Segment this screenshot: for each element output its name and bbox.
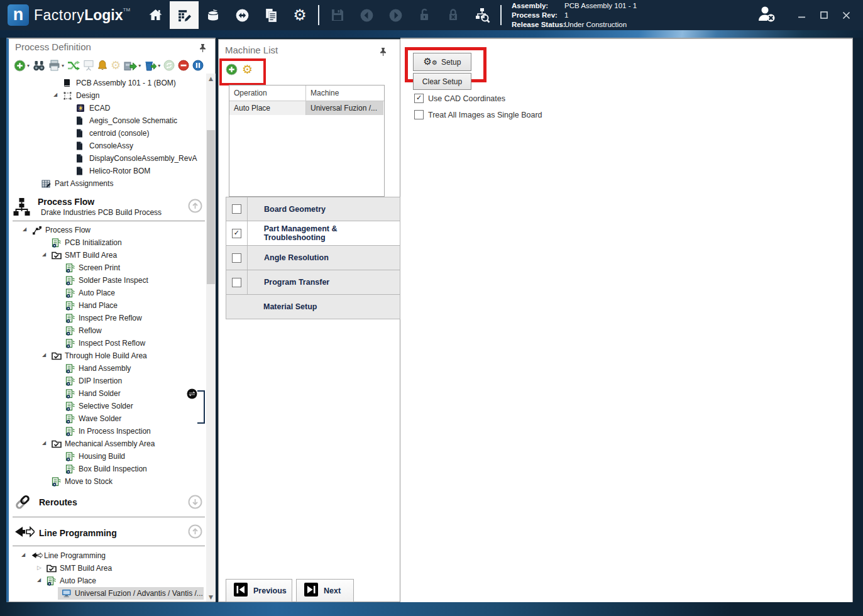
find-icon[interactable] <box>33 60 45 71</box>
expander-open-icon[interactable]: ◢ <box>53 92 57 97</box>
tree-item[interactable]: Part Assignments <box>9 177 205 190</box>
print-icon[interactable]: ▾ <box>48 60 64 71</box>
reroute-swap-icon[interactable] <box>187 388 197 402</box>
tree-item[interactable]: ◢Process Flow <box>9 224 205 236</box>
tree-item[interactable]: Inspect Post Reflow <box>9 337 205 349</box>
dropdown-caret-icon[interactable]: ▾ <box>62 63 64 69</box>
recycle-icon[interactable]: ▾ <box>144 60 160 71</box>
previous-button[interactable]: Previous <box>226 579 292 602</box>
tree-item[interactable]: Solder Paste Inspect <box>9 274 205 287</box>
option-checkbox[interactable]: ✓ <box>414 94 424 103</box>
stop-icon[interactable] <box>178 60 189 71</box>
section-row[interactable]: Angle Resolution <box>226 246 400 270</box>
factorylogix-logo-icon: n <box>8 4 29 26</box>
tree-item[interactable]: PCB Assembly 101 - 1 (BOM) <box>9 77 205 89</box>
add-icon[interactable]: ▾ <box>14 60 30 72</box>
section-row[interactable]: Board Geometry <box>226 197 400 221</box>
machine-cell[interactable]: Universal Fuzion /... <box>306 101 383 115</box>
section-row[interactable]: Program Transfer <box>226 270 400 295</box>
expander-open-icon[interactable]: ◢ <box>42 353 46 358</box>
tree-item[interactable]: Auto Place <box>9 287 205 299</box>
clear-setup-button[interactable]: Clear Setup <box>413 73 471 90</box>
expander-closed-icon[interactable]: ▷ <box>37 565 41 571</box>
tree-item[interactable]: Hand Assembly <box>9 362 205 375</box>
user-logout-icon[interactable] <box>757 4 776 26</box>
expander-open-icon[interactable]: ◢ <box>42 441 46 446</box>
section-row[interactable]: ✓Part Management & Troubleshooting <box>226 221 400 246</box>
pin-icon[interactable] <box>380 47 387 59</box>
tree-item[interactable]: Helico-Rotor BOM <box>9 165 205 177</box>
feeder-icon[interactable] <box>199 1 228 29</box>
tree-item[interactable]: centroid (console) <box>9 127 205 140</box>
collapse-up-icon[interactable] <box>188 199 202 216</box>
transfer-icon[interactable] <box>228 1 256 29</box>
left-panel-scrollbar[interactable]: ▲ ▼ <box>206 74 216 602</box>
add-machine-icon[interactable] <box>226 63 238 75</box>
tree-item[interactable]: ◢Auto Place <box>9 575 205 587</box>
section-checkbox[interactable] <box>232 278 241 287</box>
expander-open-icon[interactable]: ◢ <box>21 553 25 558</box>
scroll-up-icon[interactable]: ▲ <box>206 74 216 83</box>
column-header[interactable]: Operation <box>229 85 306 101</box>
section-checkbox[interactable] <box>232 204 241 214</box>
minimize-icon[interactable] <box>794 7 810 23</box>
next-button[interactable]: Next <box>296 579 354 602</box>
tree-item[interactable]: Hand Place <box>9 299 205 312</box>
tree-item[interactable]: Inspect Pre Reflow <box>9 312 205 324</box>
expander-open-icon[interactable]: ◢ <box>42 252 46 257</box>
tree-item[interactable]: ◢Line Programming <box>9 549 205 562</box>
expander-open-icon[interactable]: ◢ <box>37 578 41 583</box>
documents-icon[interactable] <box>256 1 285 29</box>
dropdown-caret-icon[interactable]: ▾ <box>27 63 30 69</box>
operation-cell[interactable]: Auto Place <box>229 101 306 115</box>
tree-item[interactable]: Screen Print <box>9 261 205 274</box>
tree-item[interactable]: DisplayConsoleAssembly_RevA <box>9 152 205 165</box>
tree-item[interactable]: Wave Solder <box>9 412 205 425</box>
section-checkbox[interactable]: ✓ <box>232 229 241 238</box>
sync-icon[interactable] <box>67 60 80 71</box>
tree-item[interactable]: ▷SMT Build Area <box>9 562 205 575</box>
dropdown-caret-icon[interactable]: ▾ <box>158 63 160 69</box>
tree-item[interactable]: Universal Fuzion / Advantis / Vantis /..… <box>9 587 205 600</box>
pin-icon[interactable] <box>199 43 206 55</box>
machine-setup-icon[interactable]: ⚙ <box>242 63 253 75</box>
tree-item[interactable]: Aegis_Console Schematic <box>9 114 205 127</box>
deploy-icon[interactable]: ▾ <box>124 60 141 71</box>
tree-item[interactable]: ConsoleAssy <box>9 140 205 152</box>
structure-search-icon[interactable] <box>468 1 497 29</box>
process-definition-icon[interactable] <box>170 1 199 29</box>
expander-open-icon[interactable]: ◢ <box>23 227 26 232</box>
tree-item[interactable]: Reflow <box>9 324 205 337</box>
tree-item[interactable]: Housing Build <box>9 450 205 463</box>
tree-item[interactable]: ◢Through Hole Build Area <box>9 349 205 362</box>
tree-item[interactable]: Hand Solder <box>9 387 205 400</box>
tree-item[interactable]: Move to Stock <box>9 475 205 488</box>
option-checkbox[interactable] <box>414 110 424 119</box>
section-checkbox[interactable] <box>232 253 241 263</box>
tree-item[interactable]: Box Build Inspection <box>9 463 205 475</box>
table-row[interactable]: Auto PlaceUniversal Fuzion /... <box>229 101 384 115</box>
collapse-up-icon[interactable] <box>188 524 202 541</box>
column-header[interactable]: Machine <box>306 85 383 101</box>
scrollbar-thumb[interactable] <box>207 130 215 284</box>
dropdown-caret-icon[interactable]: ▾ <box>138 63 141 69</box>
alert-icon[interactable] <box>97 60 107 72</box>
tree-item[interactable]: DIP Insertion <box>9 375 205 387</box>
tree-item[interactable]: In Process Inspection <box>9 425 205 437</box>
tree-item[interactable]: ◢SMT Build Area <box>9 249 205 261</box>
section-row[interactable]: Material Setup <box>226 295 400 319</box>
home-icon[interactable] <box>141 1 170 29</box>
maximize-icon[interactable] <box>816 7 832 23</box>
tree-item[interactable]: ◢Mechanical Assembly Area <box>9 437 205 450</box>
settings-icon[interactable]: ⚙ <box>285 1 314 29</box>
setup-button[interactable]: ⚙⚙ Setup <box>413 53 471 71</box>
expand-down-icon[interactable] <box>188 495 202 512</box>
pause-icon[interactable] <box>192 60 204 71</box>
close-icon[interactable] <box>838 7 854 23</box>
tree-item[interactable]: PCB Initialization <box>9 236 205 249</box>
tree-item[interactable]: ◢Design <box>9 89 205 102</box>
tree-item[interactable]: ECAD <box>9 102 205 114</box>
flow-icon <box>32 226 42 235</box>
tree-item[interactable]: Selective Solder <box>9 400 205 412</box>
scroll-down-icon[interactable]: ▼ <box>206 592 216 602</box>
